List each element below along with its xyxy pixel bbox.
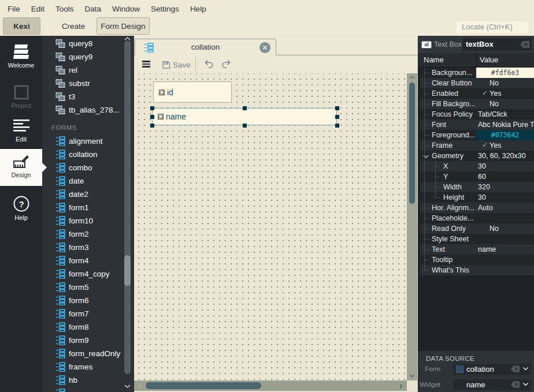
menu-hamburger-button[interactable]	[142, 61, 150, 68]
selection-handle[interactable]	[243, 106, 247, 110]
selection-handle[interactable]	[243, 124, 247, 128]
textbox-widget-id[interactable]: id	[153, 81, 232, 103]
selection-handle[interactable]	[335, 124, 339, 128]
property-row-frame[interactable]: Frame✓Yes	[420, 140, 534, 151]
property-value[interactable]: 320	[478, 183, 534, 191]
h-scrollbar-thumb[interactable]	[146, 382, 261, 389]
property-value[interactable]: Auto	[478, 204, 534, 212]
selection-handle[interactable]	[335, 115, 339, 119]
property-value[interactable]: 30	[478, 193, 534, 201]
save-button[interactable]: Save	[162, 58, 198, 71]
sidebar-item-help[interactable]: ?Help	[0, 195, 42, 221]
chevron-down-icon[interactable]	[522, 367, 529, 371]
textbox-widget-name[interactable]: name	[152, 108, 337, 125]
widget-data-source-combo[interactable]: name	[453, 379, 531, 390]
property-row-clearbutton[interactable]: Clear ButtonNo	[420, 78, 534, 88]
navigator-form-collation[interactable]: collation	[42, 148, 123, 161]
property-row-text[interactable]: Textname	[420, 244, 534, 255]
property-value[interactable]: 30, 60, 320x30	[478, 152, 534, 160]
menu-settings[interactable]: Settings	[151, 5, 179, 13]
chevron-down-icon[interactable]	[522, 382, 529, 387]
canvas-vertical-scrollbar[interactable]	[407, 73, 417, 380]
property-value[interactable]: No	[490, 100, 534, 108]
property-value[interactable]: name	[478, 245, 534, 253]
menu-data[interactable]: Data	[85, 5, 102, 13]
nav-scrollbar-track[interactable]	[124, 40, 131, 374]
navigator-form-form8[interactable]: form8	[42, 320, 123, 334]
tab-form-design[interactable]: Form Design	[97, 17, 150, 35]
selection-handle[interactable]	[150, 115, 154, 119]
navigator-form-form7[interactable]: form7	[42, 307, 123, 320]
background-color-swatch[interactable]: #fdf6e3	[476, 68, 534, 78]
menu-edit[interactable]: Edit	[31, 5, 44, 13]
navigator-query-query8[interactable]: query8	[42, 37, 123, 50]
clear-widget-source-icon[interactable]	[511, 381, 520, 388]
navigator-query-tb_alias_278[interactable]: tb_alias_278...	[42, 103, 123, 117]
property-value[interactable]: No	[490, 225, 534, 233]
property-row-stylesheet[interactable]: Style Sheet	[420, 234, 534, 244]
tab-create[interactable]: Create	[44, 17, 102, 35]
sidebar-item-design[interactable]: Design	[0, 154, 42, 178]
property-value[interactable]: Abc Nokia Pure Tex	[478, 121, 534, 129]
canvas-horizontal-scrollbar[interactable]	[134, 380, 407, 391]
scroll-down-icon[interactable]	[409, 374, 415, 378]
scroll-left-icon[interactable]	[138, 383, 142, 389]
property-value[interactable]: 60	[478, 173, 534, 181]
property-row-placeholde[interactable]: Placeholde...	[420, 213, 534, 223]
property-value[interactable]: 30	[478, 162, 534, 170]
menu-tools[interactable]: Tools	[55, 5, 74, 13]
form-data-source-combo[interactable]: collation	[453, 364, 531, 375]
property-row-horalignm[interactable]: Hor. Alignm...Auto	[420, 203, 534, 213]
navigator-form-alignment[interactable]: alignment	[42, 135, 123, 148]
foreground-color-swatch[interactable]: #073642	[476, 130, 534, 140]
navigator-form-form9[interactable]: form9	[42, 334, 123, 347]
navigator-form-hb[interactable]: hb	[42, 374, 123, 387]
navigator-form-combo[interactable]: combo	[42, 161, 123, 174]
locate-search-input[interactable]: Locate (Ctrl+K)	[457, 21, 528, 33]
nav-scroll-down-icon[interactable]	[124, 384, 131, 389]
form-design-canvas[interactable]: id name	[134, 73, 407, 380]
navigator-query-substr[interactable]: substr	[42, 77, 123, 90]
document-tab-collation[interactable]: collation	[135, 39, 276, 55]
navigator-form-form5[interactable]: form5	[42, 281, 123, 294]
navigator-query-rel[interactable]: rel	[42, 64, 123, 77]
clear-name-icon[interactable]	[520, 41, 529, 48]
property-value[interactable]: Yes	[490, 89, 534, 98]
navigator-form-form4[interactable]: form4	[42, 254, 123, 267]
property-row-foreground[interactable]: Foreground...#073642	[420, 130, 534, 140]
v-scrollbar-thumb[interactable]	[409, 83, 415, 204]
property-row-readonly[interactable]: Read OnlyNo	[420, 223, 534, 234]
close-tab-button[interactable]	[259, 42, 270, 53]
property-row-fillbackgro[interactable]: Fill Backgro...No	[420, 99, 534, 109]
navigator-form-item-partial[interactable]	[42, 387, 123, 392]
clear-form-source-icon[interactable]	[511, 365, 520, 372]
property-row-backgroun[interactable]: Backgroun...#fdf6e3	[420, 68, 534, 78]
selection-handle[interactable]	[150, 124, 154, 128]
navigator-form-date[interactable]: date	[42, 174, 123, 188]
property-value[interactable]: No	[490, 79, 534, 87]
object-name-input[interactable]: textBox	[462, 38, 532, 51]
navigator-form-date2[interactable]: date2	[42, 188, 123, 201]
selection-handle[interactable]	[335, 106, 339, 110]
sidebar-item-edit[interactable]: Edit	[0, 119, 42, 143]
property-row-enabled[interactable]: Enabled✓Yes	[420, 88, 534, 99]
tab-kexi[interactable]: Kexi	[3, 17, 40, 35]
navigator-form-form1[interactable]: form1	[42, 201, 123, 214]
selection-handle[interactable]	[150, 106, 154, 110]
navigator-form-form3[interactable]: form3	[42, 241, 123, 254]
navigator-form-form10[interactable]: form10	[42, 214, 123, 227]
property-row-geometry[interactable]: Geometry30, 60, 320x30	[420, 151, 534, 161]
property-value[interactable]: Yes	[490, 141, 534, 150]
scroll-right-icon[interactable]	[399, 383, 403, 389]
navigator-query-t3[interactable]: t3	[42, 90, 123, 103]
sidebar-item-welcome[interactable]: Welcome	[0, 44, 42, 69]
menu-window[interactable]: Window	[112, 5, 140, 13]
navigator-form-form6[interactable]: form6	[42, 294, 123, 307]
navigator-form-form_readOnly[interactable]: form_readOnly	[42, 347, 123, 360]
navigator-query-query9[interactable]: query9	[42, 50, 123, 64]
property-row-whatsthis[interactable]: What's This	[420, 265, 534, 275]
property-value[interactable]: Tab/Click	[478, 110, 534, 118]
navigator-form-form2[interactable]: form2	[42, 227, 123, 241]
nav-scrollbar-thumb[interactable]	[124, 255, 131, 286]
undo-icon[interactable]	[203, 59, 214, 69]
